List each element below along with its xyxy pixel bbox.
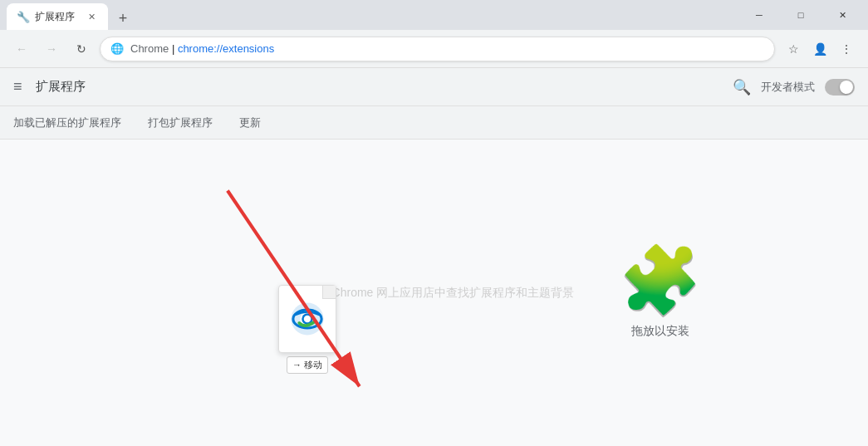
new-tab-button[interactable]: + <box>111 7 135 30</box>
header-right-controls: 🔍 开发者模式 <box>733 78 855 96</box>
bookmark-button[interactable]: ☆ <box>782 37 805 61</box>
file-corner <box>322 286 336 299</box>
refresh-button[interactable]: ↻ <box>70 37 93 61</box>
dragging-file: → 移动 <box>274 285 341 374</box>
menu-button[interactable]: ⋮ <box>835 37 858 61</box>
extensions-page: ≡ 扩展程序 🔍 开发者模式 加载已解压的扩展程序 打包扩展程序 更新 查看 电… <box>0 68 868 446</box>
dragged-ie-logo <box>289 301 326 337</box>
toggle-knob <box>840 81 853 94</box>
lock-icon: 🌐 <box>110 42 124 55</box>
address-separator: | <box>172 42 178 55</box>
address-input[interactable]: 🌐 Chrome | chrome://extensions <box>100 37 775 61</box>
extensions-drop-area[interactable]: 或访问 Chrome 网上应用店中查找扩展程序和主题背景 <box>0 140 868 446</box>
dev-mode-label: 开发者模式 <box>761 80 815 95</box>
window-controls: ─ □ ✕ <box>740 2 861 28</box>
titlebar: 🔧 扩展程序 ✕ + ─ □ ✕ <box>0 0 868 30</box>
extensions-header: ≡ 扩展程序 🔍 开发者模式 <box>0 68 868 106</box>
address-text: Chrome | chrome://extensions <box>130 42 764 55</box>
extensions-page-title: 扩展程序 <box>36 79 86 95</box>
content-area: 查看 电脑 > 文档 (E:) > 4 <box>0 140 868 446</box>
tab-close-button[interactable]: ✕ <box>85 10 98 23</box>
address-actions: ☆ 👤 ⋮ <box>782 37 858 61</box>
address-bar: ← → ↻ 🌐 Chrome | chrome://extensions ☆ 👤… <box>0 30 868 68</box>
dev-mode-toggle[interactable] <box>825 79 855 96</box>
tab-label: 扩展程序 <box>35 10 75 24</box>
hamburger-menu-icon[interactable]: ≡ <box>13 78 22 96</box>
pack-extension-button[interactable]: 打包扩展程序 <box>148 107 213 139</box>
tab-favicon: 🔧 <box>17 11 30 23</box>
puzzle-icon: 🧩 <box>619 248 702 314</box>
close-button[interactable]: ✕ <box>823 2 861 28</box>
address-url: chrome://extensions <box>178 42 274 55</box>
account-button[interactable]: 👤 <box>808 37 831 61</box>
drag-arrow <box>0 140 868 446</box>
drop-zone[interactable]: 🧩 拖放以安装 <box>619 248 702 339</box>
update-button[interactable]: 更新 <box>239 107 261 139</box>
minimize-button[interactable]: ─ <box>740 2 778 28</box>
browser-window: 🔧 扩展程序 ✕ + ─ □ ✕ ← → ↻ 🌐 Chrome | chrome… <box>0 0 868 446</box>
sub-navigation: 加载已解压的扩展程序 打包扩展程序 更新 <box>0 106 868 140</box>
dragged-file-icon <box>278 285 336 353</box>
move-badge: → 移动 <box>287 356 328 374</box>
active-tab[interactable]: 🔧 扩展程序 ✕ <box>7 3 108 30</box>
load-unpacked-button[interactable]: 加载已解压的扩展程序 <box>13 107 121 139</box>
drop-label: 拖放以安装 <box>631 324 689 339</box>
forward-button[interactable]: → <box>40 37 63 61</box>
back-button[interactable]: ← <box>10 37 33 61</box>
maximize-button[interactable]: □ <box>782 2 820 28</box>
svg-point-9 <box>304 316 311 323</box>
address-brand: Chrome <box>130 42 169 55</box>
tab-area: 🔧 扩展程序 ✕ + <box>7 0 740 30</box>
search-extensions-icon[interactable]: 🔍 <box>733 78 751 96</box>
